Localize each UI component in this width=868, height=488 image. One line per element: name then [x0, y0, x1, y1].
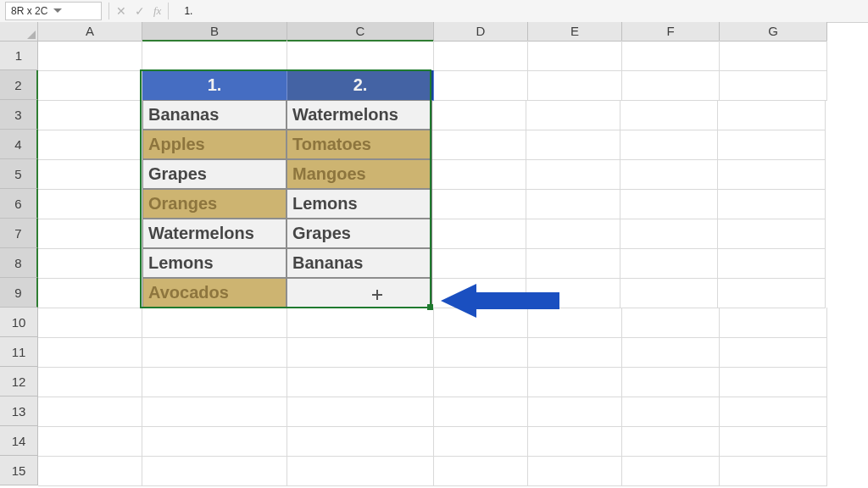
- cell-F8[interactable]: [620, 248, 718, 279]
- name-box[interactable]: 8R x 2C: [5, 2, 102, 20]
- cell-D13[interactable]: [434, 396, 528, 427]
- row-header-9[interactable]: 9: [0, 278, 38, 308]
- cell-C15[interactable]: [287, 456, 434, 486]
- row-header-6[interactable]: 6: [0, 189, 38, 219]
- row-header-8[interactable]: 8: [0, 248, 38, 278]
- cell-C8[interactable]: Bananas: [287, 248, 432, 278]
- cell-A10[interactable]: [38, 308, 142, 338]
- col-header-G[interactable]: G: [720, 22, 827, 42]
- cell-B12[interactable]: [142, 367, 287, 397]
- cell-D14[interactable]: [434, 426, 528, 457]
- cell-E11[interactable]: [528, 337, 622, 368]
- cell-G3[interactable]: [718, 100, 826, 130]
- cell-G14[interactable]: [720, 426, 827, 457]
- row-header-11[interactable]: 11: [0, 337, 38, 367]
- cell-A6[interactable]: [38, 189, 142, 219]
- spreadsheet[interactable]: A B C D E F G 121.2.3BananasWatermelons4…: [0, 22, 868, 488]
- cell-D10[interactable]: [434, 308, 528, 338]
- name-box-dropdown-icon[interactable]: [53, 7, 96, 15]
- row-header-7[interactable]: 7: [0, 219, 38, 248]
- cell-G11[interactable]: [720, 337, 827, 368]
- cell-C4[interactable]: Tomatoes: [287, 130, 432, 159]
- cell-F9[interactable]: [620, 278, 718, 308]
- cell-E8[interactable]: [526, 248, 620, 279]
- cell-A15[interactable]: [38, 456, 142, 486]
- cell-E13[interactable]: [528, 396, 622, 427]
- cell-G12[interactable]: [720, 367, 827, 397]
- cell-A4[interactable]: [38, 130, 142, 160]
- cell-F15[interactable]: [622, 456, 720, 486]
- cell-C3[interactable]: Watermelons: [287, 100, 432, 130]
- cell-A13[interactable]: [38, 396, 142, 427]
- cell-A8[interactable]: [38, 248, 142, 279]
- cell-F5[interactable]: [620, 159, 718, 190]
- cell-C2[interactable]: 2.: [287, 70, 434, 101]
- cell-F11[interactable]: [622, 337, 720, 368]
- cell-A11[interactable]: [38, 337, 142, 368]
- cell-C14[interactable]: [287, 426, 434, 457]
- cell-D6[interactable]: [432, 189, 526, 219]
- cell-D8[interactable]: [432, 248, 526, 279]
- cell-A7[interactable]: [38, 219, 142, 249]
- cell-B14[interactable]: [142, 426, 287, 457]
- cell-C10[interactable]: [287, 308, 434, 338]
- cell-F6[interactable]: [620, 189, 718, 219]
- cell-E7[interactable]: [526, 219, 620, 249]
- cell-B7[interactable]: Watermelons: [142, 219, 287, 248]
- cell-F7[interactable]: [620, 219, 718, 249]
- row-header-13[interactable]: 13: [0, 396, 38, 426]
- cell-G15[interactable]: [720, 456, 827, 486]
- cell-F12[interactable]: [622, 367, 720, 397]
- row-header-4[interactable]: 4: [0, 130, 38, 159]
- cell-D4[interactable]: [432, 130, 526, 160]
- cell-G2[interactable]: [720, 70, 827, 101]
- row-header-3[interactable]: 3: [0, 100, 38, 130]
- select-all-corner[interactable]: [0, 22, 38, 42]
- cell-F13[interactable]: [622, 396, 720, 427]
- col-header-A[interactable]: A: [38, 22, 142, 42]
- col-header-E[interactable]: E: [528, 22, 622, 42]
- cell-B15[interactable]: [142, 456, 287, 486]
- cell-E6[interactable]: [526, 189, 620, 219]
- cell-B2[interactable]: 1.: [142, 70, 287, 101]
- cell-E2[interactable]: [528, 70, 622, 101]
- cell-B6[interactable]: Oranges: [142, 189, 287, 219]
- cell-D5[interactable]: [432, 159, 526, 190]
- cell-E1[interactable]: [528, 41, 622, 71]
- cell-E12[interactable]: [528, 367, 622, 397]
- cell-E3[interactable]: [526, 100, 620, 130]
- cell-E10[interactable]: [528, 308, 622, 338]
- cell-B13[interactable]: [142, 396, 287, 427]
- cell-A1[interactable]: [38, 41, 142, 71]
- cell-D3[interactable]: [432, 100, 526, 130]
- cell-E4[interactable]: [526, 130, 620, 160]
- cell-C13[interactable]: [287, 396, 434, 427]
- cell-F1[interactable]: [622, 41, 720, 71]
- cell-G10[interactable]: [720, 308, 827, 338]
- cell-B11[interactable]: [142, 337, 287, 368]
- cell-G1[interactable]: [720, 41, 827, 71]
- cell-B9[interactable]: Avocados: [142, 278, 287, 308]
- cell-A3[interactable]: [38, 100, 142, 130]
- cell-C1[interactable]: [287, 41, 434, 71]
- cell-A14[interactable]: [38, 426, 142, 457]
- cell-C11[interactable]: [287, 337, 434, 368]
- cell-G4[interactable]: [718, 130, 826, 160]
- cell-C7[interactable]: Grapes: [287, 219, 432, 248]
- cell-C6[interactable]: Lemons: [287, 189, 432, 219]
- cell-B3[interactable]: Bananas: [142, 100, 287, 130]
- row-header-1[interactable]: 1: [0, 41, 38, 70]
- cell-A2[interactable]: [38, 70, 142, 101]
- cell-G8[interactable]: [718, 248, 826, 279]
- row-header-14[interactable]: 14: [0, 426, 38, 456]
- cell-F4[interactable]: [620, 130, 718, 160]
- cell-A12[interactable]: [38, 367, 142, 397]
- col-header-F[interactable]: F: [622, 22, 720, 42]
- cell-D1[interactable]: [434, 41, 528, 71]
- cell-C12[interactable]: [287, 367, 434, 397]
- cell-C5[interactable]: Mangoes: [287, 159, 432, 189]
- cell-E14[interactable]: [528, 426, 622, 457]
- col-header-D[interactable]: D: [434, 22, 528, 42]
- formula-input[interactable]: 1.: [184, 5, 868, 17]
- cell-G13[interactable]: [720, 396, 827, 427]
